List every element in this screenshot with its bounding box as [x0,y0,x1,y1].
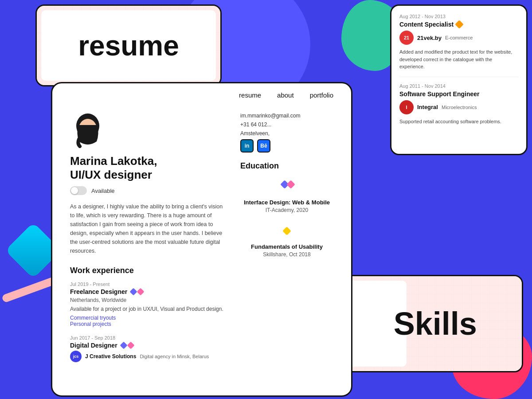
job1-company-name: 21vek.by [417,35,442,41]
edu1-institution: IT-Academy, 2020 [240,207,333,213]
entry2-company-name: J Creative Solutions [85,353,136,360]
availability-row: Available [70,186,227,195]
entry1-location: Netherlands, Worldwide [70,297,227,303]
skills-card-title: Skills [394,305,477,342]
jcs-logo: jcs [70,351,82,362]
svg-rect-5 [282,227,291,235]
entry1-icons [131,289,143,294]
education-section-title: Education [240,161,333,171]
edu-entry-2: Fundamentals of Usability Skillshare, Oc… [240,222,333,258]
bio-text: As a designer, I highly value the abilit… [70,202,227,255]
entry1-title: Freelance Designer [70,288,127,295]
profile-name: Marina Lakotka, UI/UX designer [70,154,227,182]
job2-company-row: I Integral Microelectronics [399,100,518,114]
divider [399,77,518,77]
svg-rect-4 [286,180,295,189]
entry2-title-row: Digital Designer [70,342,227,349]
availability-text: Available [91,188,115,194]
integral-logo: I [399,100,414,114]
social-links: in Bē [240,139,333,153]
left-column: Marina Lakotka, UI/UX designer Available… [70,113,227,370]
nav-resume[interactable]: resume [239,91,261,99]
entry1-title-row: Freelance Designer [70,288,227,295]
toggle-knob [71,187,78,194]
work-entry-2: Jun 2017 - Sep 2018 Digital Designer jcs… [70,335,227,362]
email-contact: im.mmarinko@gmail.com [240,113,333,119]
edu-icon-2 [278,222,296,240]
job2-title: Software Support Engineer [399,90,518,98]
avatar [70,113,106,148]
skills-card: Skills [328,275,523,372]
job1-title: Content Specialist [399,21,518,28]
linkedin-badge[interactable]: in [240,139,254,153]
phone-contact: +31 64 012... [240,121,333,128]
edu2-title: Fundamentals of Usability [240,243,333,250]
nav-portfolio[interactable]: portfolio [310,91,333,99]
job2-desc: Supported retail accounting software pro… [399,118,518,125]
job2-company-name: Integral [417,104,438,110]
main-content-area: Marina Lakotka, UI/UX designer Available… [52,104,351,379]
resume-card: resume [35,4,222,86]
job1-date: Aug 2012 - Nov 2013 [399,14,518,19]
mini-diamond2-blue [120,342,127,349]
diamond-icon [455,20,464,29]
job2-company-type: Microelectronics [442,105,477,110]
edu2-institution: Skillshare, Oct 2018 [240,251,333,258]
job1-company-row: 21 21vek.by E-commerce [399,31,518,45]
job1-desc: Added and modified the product text for … [399,48,518,70]
entry1-link2[interactable]: Personal projects [70,321,227,327]
21vek-logo: 21 [399,31,414,45]
entry2-title: Digital Designer [70,342,117,349]
nav-about[interactable]: about [277,91,294,99]
location-contact: Amstelveen, [240,130,333,137]
work-history-card: Aug 2012 - Nov 2013 Content Specialist 2… [390,4,528,155]
behance-badge[interactable]: Bē [257,139,270,153]
entry2-company-desc: Digital agency in Minsk, Belarus [140,354,209,359]
mini-diamond-blue [130,288,137,296]
job1-company-type: E-commerce [445,35,473,40]
entry1-link1[interactable]: Commercial tryouts [70,315,227,321]
right-column: im.mmarinko@gmail.com +31 64 012... Amst… [240,113,333,370]
resume-card-title: resume [78,29,179,62]
job2-date: Aug 2011 - Nov 2014 [399,83,518,89]
work-section-title: Work experience [70,266,227,275]
entry2-company-row: jcs J Creative Solutions Digital agency … [70,351,227,362]
mini-diamond-pink [137,288,145,296]
entry2-date: Jun 2017 - Sep 2018 [70,335,227,340]
edu-entry-1: Interface Design: Web & Mobile IT-Academ… [240,178,333,213]
mini-diamond2-pink [127,342,134,349]
entry1-date: Jul 2019 - Present [70,282,227,287]
main-nav: resume about portfolio [52,83,351,104]
entry2-icons [121,343,133,348]
work-entry-1: Jul 2019 - Present Freelance Designer Ne… [70,282,227,327]
availability-toggle[interactable] [70,186,87,195]
main-resume-panel: resume about portfolio [51,82,352,397]
entry1-desc: Available for a project or job in UX/UI,… [70,305,227,313]
edu1-title: Interface Design: Web & Mobile [240,199,333,206]
edu-icon-1 [278,178,296,196]
